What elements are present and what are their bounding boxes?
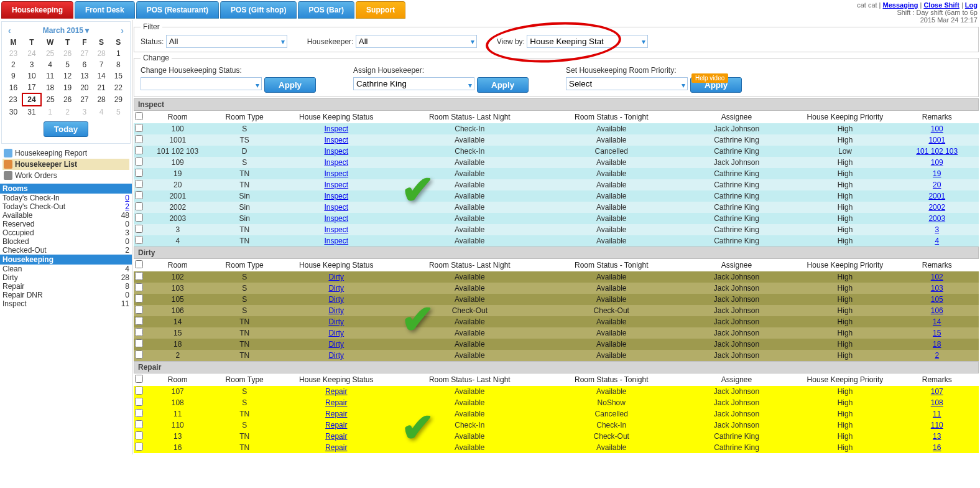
hk-status-link[interactable]: Inspect	[324, 237, 348, 245]
row-checkbox[interactable]	[135, 328, 143, 336]
remarks-link[interactable]: 16	[933, 443, 941, 452]
remarks-link[interactable]: 1001	[928, 136, 945, 144]
row-checkbox[interactable]	[135, 350, 143, 359]
calendar-day[interactable]: 21	[93, 82, 109, 93]
row-checkbox[interactable]	[135, 306, 143, 314]
hk-status-link[interactable]: Dirty	[328, 273, 344, 281]
remarks-link[interactable]: 3	[935, 225, 939, 234]
calendar-day[interactable]: 27	[76, 48, 93, 59]
calendar-day[interactable]: 5	[110, 106, 127, 118]
hk-status-link[interactable]: Inspect	[324, 158, 348, 167]
remarks-link[interactable]: 105	[931, 295, 943, 304]
row-checkbox[interactable]	[135, 157, 143, 166]
row-checkbox[interactable]	[135, 214, 143, 222]
calendar-day[interactable]: 11	[41, 70, 59, 82]
remarks-link[interactable]: 106	[931, 306, 943, 315]
calendar-day[interactable]: 19	[59, 82, 76, 93]
hk-status-link[interactable]: Repair	[325, 432, 347, 441]
calendar-day[interactable]: 20	[76, 82, 93, 93]
row-checkbox[interactable]	[135, 443, 143, 451]
calendar-day[interactable]: 2	[59, 106, 76, 118]
calendar-day[interactable]: 30	[4, 106, 22, 118]
hk-status-link[interactable]: Dirty	[328, 284, 344, 293]
remarks-link[interactable]: 103	[931, 284, 943, 293]
tab-support[interactable]: Support	[356, 1, 405, 19]
select-all-checkbox[interactable]	[135, 112, 143, 120]
link-close-shift[interactable]: Close Shift	[923, 1, 959, 9]
calendar-day[interactable]: 27	[76, 93, 93, 106]
cal-prev-icon[interactable]: ‹	[8, 26, 11, 35]
calendar-day[interactable]: 16	[4, 82, 22, 93]
hk-status-link[interactable]: Inspect	[324, 181, 348, 189]
calendar-day[interactable]: 5	[59, 59, 76, 70]
remarks-link[interactable]: 11	[933, 410, 941, 418]
help-video-button[interactable]: Help video	[691, 73, 728, 83]
hk-status-link[interactable]: Inspect	[324, 203, 348, 212]
hk-status-link[interactable]: Inspect	[324, 225, 348, 234]
remarks-link[interactable]: 2003	[928, 214, 945, 223]
row-checkbox[interactable]	[135, 180, 143, 188]
calendar-day[interactable]: 26	[59, 48, 76, 59]
apply-status-button[interactable]: Apply	[264, 77, 316, 93]
remarks-link[interactable]: 2	[935, 351, 939, 360]
row-checkbox[interactable]	[135, 317, 143, 325]
link-messaging[interactable]: Messaging	[883, 1, 918, 9]
calendar-day[interactable]: 24	[22, 48, 41, 59]
viewby-select[interactable]	[527, 35, 648, 48]
remarks-link[interactable]: 110	[931, 421, 943, 429]
tab-pos-bar[interactable]: POS (Bar)	[298, 1, 354, 19]
hk-status-link[interactable]: Dirty	[328, 306, 344, 315]
hk-status-link[interactable]: Inspect	[324, 214, 348, 223]
apply-assign-button[interactable]: Apply	[477, 77, 529, 93]
hk-status-link[interactable]: Inspect	[324, 192, 348, 200]
calendar-day[interactable]: 24	[22, 93, 41, 106]
hk-status-link[interactable]: Repair	[325, 443, 347, 452]
calendar-day[interactable]: 23	[4, 93, 22, 106]
hk-status-link[interactable]: Repair	[325, 398, 347, 407]
calendar-day[interactable]: 18	[41, 82, 59, 93]
calendar-day[interactable]: 28	[93, 93, 109, 106]
calendar-day[interactable]: 4	[41, 59, 59, 70]
row-checkbox[interactable]	[135, 225, 143, 233]
calendar-day[interactable]: 29	[110, 93, 127, 106]
today-button[interactable]: Today	[44, 121, 88, 137]
calendar-day[interactable]: 3	[76, 106, 93, 118]
priority-select[interactable]	[566, 77, 688, 90]
calendar-day[interactable]: 23	[4, 48, 22, 59]
row-checkbox[interactable]	[135, 339, 143, 347]
calendar-day[interactable]: 7	[93, 59, 109, 70]
remarks-link[interactable]: 109	[931, 158, 943, 167]
calendar-day[interactable]: 12	[59, 70, 76, 82]
status-select[interactable]	[166, 35, 287, 48]
sidebar-item[interactable]: Work Orders	[2, 170, 129, 181]
row-checkbox[interactable]	[135, 420, 143, 428]
tab-front-desk[interactable]: Front Desk	[75, 1, 135, 19]
row-checkbox[interactable]	[135, 236, 143, 244]
row-checkbox[interactable]	[135, 146, 143, 154]
calendar-day[interactable]: 17	[22, 82, 41, 93]
hk-status-link[interactable]: Dirty	[328, 351, 344, 360]
row-checkbox[interactable]	[135, 169, 143, 177]
hk-status-link[interactable]: Inspect	[324, 147, 348, 156]
hk-status-link[interactable]: Dirty	[328, 340, 344, 349]
remarks-link[interactable]: 13	[933, 432, 941, 441]
remarks-link[interactable]: 19	[933, 169, 941, 178]
hk-status-link[interactable]: Repair	[325, 410, 347, 418]
hk-status-link[interactable]: Repair	[325, 421, 347, 429]
calendar-day[interactable]: 25	[41, 48, 59, 59]
hk-status-link[interactable]: Dirty	[328, 295, 344, 304]
remarks-link[interactable]: 14	[933, 317, 941, 326]
select-all-checkbox[interactable]	[135, 375, 143, 383]
hk-status-link[interactable]: Dirty	[328, 329, 344, 337]
calendar-day[interactable]: 15	[110, 70, 127, 82]
tab-pos-restaurant[interactable]: POS (Restaurant)	[136, 1, 219, 19]
calendar-day[interactable]: 14	[93, 70, 109, 82]
remarks-link[interactable]: 15	[933, 329, 941, 337]
calendar-day[interactable]: 3	[22, 59, 41, 70]
remarks-link[interactable]: 2002	[928, 203, 945, 212]
remarks-link[interactable]: 102	[931, 273, 943, 281]
row-checkbox[interactable]	[135, 135, 143, 143]
calendar-day[interactable]: 26	[59, 93, 76, 106]
row-checkbox[interactable]	[135, 398, 143, 406]
row-checkbox[interactable]	[135, 387, 143, 395]
